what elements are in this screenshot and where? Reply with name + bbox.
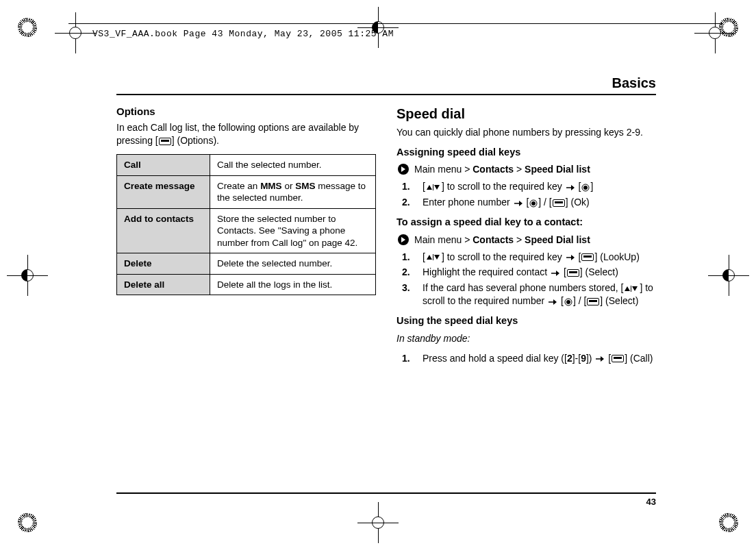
softkey-icon: [567, 269, 579, 277]
options-table: Call Call the selected number. Create me…: [116, 154, 376, 295]
table-row: Add to contacts Store the selected numbe…: [117, 208, 376, 253]
center-key-icon: [581, 184, 590, 192]
svg-rect-11: [555, 201, 563, 203]
options-heading: Options: [116, 105, 376, 118]
table-row: Create message Create an MMS or SMS mess…: [117, 175, 376, 208]
arrow-right-icon: [514, 200, 523, 207]
right-column: Speed dial You can quickly dial phone nu…: [396, 105, 656, 368]
contact-heading: To assign a speed dial key to a contact:: [396, 216, 656, 229]
softkey-icon: [587, 298, 599, 305]
left-column: Options In each Call log list, the follo…: [116, 105, 376, 368]
nav-arrow-icon: [397, 163, 410, 175]
nav-path: Main menu > Contacts > Speed Dial list: [396, 163, 656, 176]
header-stamp: VS3_VF_AAA.book Page 43 Monday, May 23, …: [92, 29, 394, 39]
up-down-icon: [426, 184, 441, 191]
contact-steps: [] to scroll to the required key [] (Loo…: [396, 251, 656, 308]
up-down-icon: [624, 285, 639, 292]
up-down-icon: [426, 253, 441, 261]
svg-rect-1: [161, 140, 169, 142]
speed-dial-heading: Speed dial: [396, 105, 656, 123]
using-heading: Using the speed dial keys: [396, 314, 656, 328]
softkey-icon: [553, 199, 565, 207]
center-key-icon: [564, 298, 572, 306]
nav-arrow-icon: [397, 234, 410, 246]
table-row: Call Call the selected number.: [117, 155, 376, 176]
page-number: 43: [116, 492, 656, 507]
svg-point-23: [566, 300, 570, 304]
softkey-icon: [159, 138, 171, 145]
arrow-right-icon: [551, 270, 560, 277]
arrow-right-icon: [566, 254, 575, 261]
svg-rect-25: [589, 300, 597, 302]
svg-point-6: [583, 186, 588, 190]
table-row: Delete all Delete all the logs in the li…: [117, 274, 376, 295]
softkey-icon: [612, 355, 624, 362]
page-content: Basics Options In each Call log list, th…: [116, 75, 656, 507]
svg-rect-28: [614, 357, 622, 359]
svg-rect-16: [583, 255, 592, 258]
svg-point-9: [531, 201, 536, 205]
svg-rect-19: [569, 271, 577, 273]
options-intro: In each Call log list, the following opt…: [116, 121, 376, 147]
speed-dial-intro: You can quickly dial phone numbers by pr…: [396, 126, 656, 139]
section-title: Basics: [116, 75, 656, 95]
assign-heading: Assigning speed dial keys: [396, 146, 656, 160]
table-row: Delete Delete the selected number.: [117, 253, 376, 275]
arrow-right-icon: [566, 184, 575, 191]
nav-path: Main menu > Contacts > Speed Dial list: [396, 234, 656, 247]
using-steps: Press and hold a speed dial key ([2]-[9]…: [396, 352, 656, 365]
arrow-right-icon: [548, 299, 557, 305]
softkey-icon: [581, 253, 594, 261]
using-sub: In standby mode:: [396, 332, 656, 345]
assign-steps: [] to scroll to the required key [] Ente…: [396, 180, 656, 209]
arrow-right-icon: [595, 355, 605, 362]
center-key-icon: [529, 199, 538, 208]
